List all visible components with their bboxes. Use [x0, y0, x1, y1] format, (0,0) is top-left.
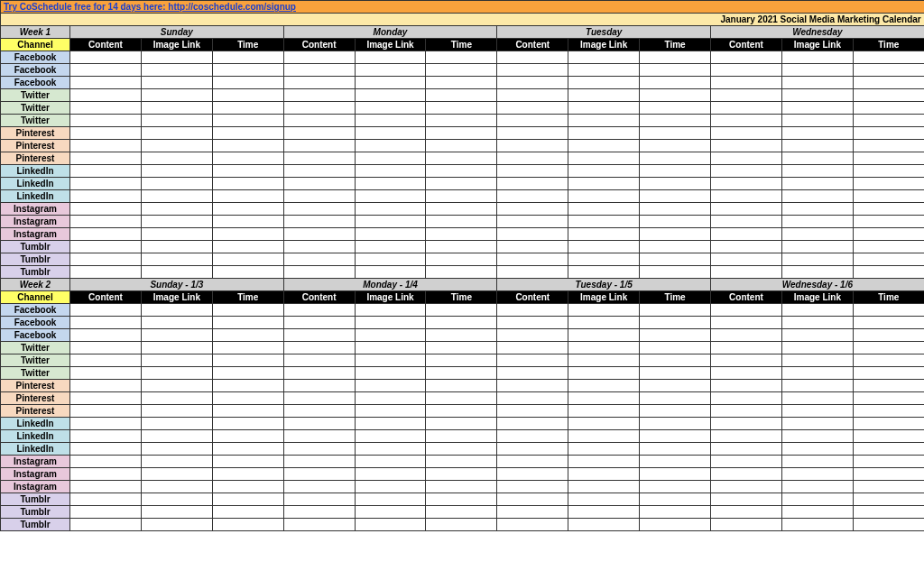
calendar-cell[interactable]: [70, 380, 142, 392]
calendar-cell[interactable]: [70, 481, 142, 493]
calendar-cell[interactable]: [141, 304, 212, 317]
calendar-cell[interactable]: [781, 493, 853, 506]
calendar-cell[interactable]: [141, 253, 212, 266]
calendar-cell[interactable]: [426, 253, 497, 266]
calendar-cell[interactable]: [568, 228, 640, 241]
calendar-cell[interactable]: [70, 190, 142, 203]
calendar-cell[interactable]: [853, 216, 924, 228]
calendar-cell[interactable]: [283, 266, 355, 279]
calendar-cell[interactable]: [426, 329, 497, 342]
calendar-cell[interactable]: [568, 329, 640, 342]
calendar-cell[interactable]: [355, 51, 426, 64]
calendar-cell[interactable]: [70, 430, 142, 443]
calendar-cell[interactable]: [711, 140, 782, 152]
calendar-cell[interactable]: [497, 190, 568, 203]
calendar-cell[interactable]: [141, 203, 212, 216]
calendar-cell[interactable]: [141, 418, 212, 430]
calendar-cell[interactable]: [141, 354, 212, 367]
calendar-cell[interactable]: [70, 519, 142, 531]
calendar-cell[interactable]: [141, 127, 212, 140]
calendar-cell[interactable]: [355, 304, 426, 317]
calendar-cell[interactable]: [781, 203, 853, 216]
calendar-cell[interactable]: [497, 506, 568, 519]
calendar-cell[interactable]: [497, 342, 568, 354]
calendar-cell[interactable]: [70, 367, 142, 380]
calendar-cell[interactable]: [426, 216, 497, 228]
calendar-cell[interactable]: [70, 506, 142, 519]
calendar-cell[interactable]: [640, 228, 711, 241]
calendar-cell[interactable]: [212, 443, 283, 456]
calendar-cell[interactable]: [781, 216, 853, 228]
calendar-cell[interactable]: [283, 317, 355, 329]
calendar-cell[interactable]: [711, 77, 782, 89]
calendar-cell[interactable]: [497, 77, 568, 89]
calendar-cell[interactable]: [781, 152, 853, 165]
calendar-cell[interactable]: [568, 165, 640, 178]
calendar-cell[interactable]: [141, 506, 212, 519]
calendar-cell[interactable]: [426, 418, 497, 430]
calendar-cell[interactable]: [640, 405, 711, 418]
calendar-cell[interactable]: [640, 354, 711, 367]
calendar-cell[interactable]: [283, 127, 355, 140]
calendar-cell[interactable]: [70, 493, 142, 506]
calendar-cell[interactable]: [283, 115, 355, 127]
calendar-cell[interactable]: [283, 165, 355, 178]
calendar-cell[interactable]: [781, 266, 853, 279]
calendar-cell[interactable]: [426, 380, 497, 392]
calendar-cell[interactable]: [711, 430, 782, 443]
calendar-cell[interactable]: [70, 228, 142, 241]
calendar-cell[interactable]: [781, 64, 853, 77]
calendar-cell[interactable]: [711, 304, 782, 317]
calendar-cell[interactable]: [212, 127, 283, 140]
calendar-cell[interactable]: [426, 481, 497, 493]
calendar-cell[interactable]: [355, 456, 426, 468]
calendar-cell[interactable]: [853, 127, 924, 140]
calendar-cell[interactable]: [283, 519, 355, 531]
calendar-cell[interactable]: [70, 266, 142, 279]
calendar-cell[interactable]: [355, 380, 426, 392]
calendar-cell[interactable]: [853, 64, 924, 77]
calendar-cell[interactable]: [283, 152, 355, 165]
calendar-cell[interactable]: [497, 380, 568, 392]
calendar-cell[interactable]: [497, 418, 568, 430]
calendar-cell[interactable]: [70, 354, 142, 367]
calendar-cell[interactable]: [853, 266, 924, 279]
calendar-cell[interactable]: [781, 405, 853, 418]
calendar-cell[interactable]: [355, 342, 426, 354]
calendar-cell[interactable]: [426, 468, 497, 481]
calendar-cell[interactable]: [640, 241, 711, 253]
calendar-cell[interactable]: [640, 127, 711, 140]
calendar-cell[interactable]: [853, 418, 924, 430]
calendar-cell[interactable]: [853, 481, 924, 493]
calendar-cell[interactable]: [853, 89, 924, 102]
calendar-cell[interactable]: [70, 102, 142, 115]
calendar-cell[interactable]: [497, 89, 568, 102]
calendar-cell[interactable]: [355, 165, 426, 178]
calendar-cell[interactable]: [853, 367, 924, 380]
calendar-cell[interactable]: [497, 253, 568, 266]
calendar-cell[interactable]: [212, 115, 283, 127]
calendar-cell[interactable]: [426, 367, 497, 380]
calendar-cell[interactable]: [853, 241, 924, 253]
calendar-cell[interactable]: [212, 456, 283, 468]
calendar-cell[interactable]: [426, 519, 497, 531]
calendar-cell[interactable]: [212, 481, 283, 493]
calendar-cell[interactable]: [355, 468, 426, 481]
calendar-cell[interactable]: [781, 354, 853, 367]
calendar-cell[interactable]: [640, 64, 711, 77]
calendar-cell[interactable]: [711, 89, 782, 102]
calendar-cell[interactable]: [711, 506, 782, 519]
calendar-cell[interactable]: [283, 140, 355, 152]
calendar-cell[interactable]: [568, 304, 640, 317]
calendar-cell[interactable]: [283, 64, 355, 77]
calendar-cell[interactable]: [711, 329, 782, 342]
calendar-cell[interactable]: [426, 405, 497, 418]
calendar-cell[interactable]: [426, 51, 497, 64]
calendar-cell[interactable]: [355, 481, 426, 493]
calendar-cell[interactable]: [70, 178, 142, 190]
calendar-cell[interactable]: [640, 317, 711, 329]
calendar-cell[interactable]: [497, 317, 568, 329]
calendar-cell[interactable]: [711, 127, 782, 140]
calendar-cell[interactable]: [853, 468, 924, 481]
calendar-cell[interactable]: [781, 228, 853, 241]
